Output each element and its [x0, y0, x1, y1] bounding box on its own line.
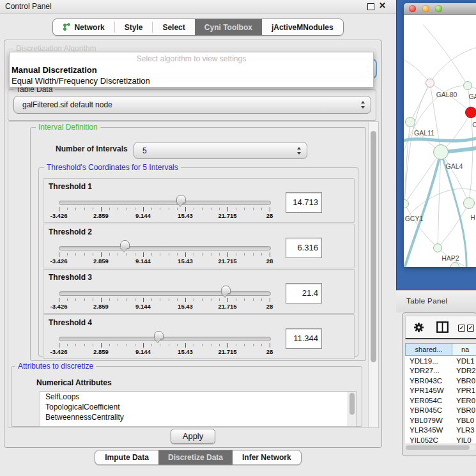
- horizontal-scrollbar[interactable]: [405, 445, 475, 450]
- network-node[interactable]: [433, 243, 442, 252]
- attributes-list[interactable]: SelfLoopsTopologicalCoefficientBetweenne…: [40, 391, 357, 427]
- tick-mark: [219, 208, 220, 210]
- slider-track[interactable]: [59, 201, 271, 205]
- tab-jactivemnodules[interactable]: jActiveMNodules: [262, 19, 343, 35]
- close-traffic-light[interactable]: [409, 5, 416, 12]
- threshold-value-field[interactable]: 14.713: [286, 192, 322, 213]
- algorithm-option[interactable]: Manual Discretization: [10, 65, 373, 75]
- apply-button[interactable]: Apply: [171, 429, 215, 444]
- table-row[interactable]: YLR345WYLR3: [405, 426, 476, 436]
- column-header-name[interactable]: na: [452, 343, 476, 356]
- network-node[interactable]: [433, 144, 449, 160]
- network-node[interactable]: [463, 81, 472, 90]
- threshold-value-field[interactable]: 11.344: [286, 328, 322, 349]
- table-panel-titlebar: Table Panel: [396, 290, 476, 312]
- table-row[interactable]: YDL19...YDL1: [405, 356, 476, 366]
- tick-mark: [135, 253, 135, 256]
- tick-mark: [227, 343, 228, 348]
- attribute-item[interactable]: BetweennessCentrality: [40, 412, 356, 422]
- list-scrollbar[interactable]: [348, 392, 356, 426]
- float-window-icon[interactable]: [367, 3, 374, 10]
- tick-label: 15.43: [178, 348, 193, 355]
- attribute-item[interactable]: SelfLoops: [40, 392, 356, 402]
- network-canvas[interactable]: GAL80GACGAL11GAL4GCY1HHAP2: [404, 15, 476, 267]
- tick-mark: [177, 344, 178, 346]
- slider-track[interactable]: [59, 337, 271, 341]
- tab-select[interactable]: Select: [153, 19, 194, 35]
- zoom-traffic-light[interactable]: [435, 5, 442, 12]
- checkbox-icon[interactable]: ✓: [458, 325, 465, 332]
- tick-mark: [143, 252, 144, 257]
- network-node[interactable]: [450, 262, 459, 267]
- close-icon[interactable]: ✕: [379, 1, 386, 10]
- tab-cyni-toolbox[interactable]: Cyni Toolbox: [195, 19, 262, 35]
- tick-mark: [67, 253, 68, 256]
- tick-mark: [236, 298, 236, 301]
- tick-mark: [270, 252, 270, 257]
- threshold-label: Threshold 1: [49, 182, 92, 191]
- tick-label: 2.859: [93, 212, 109, 219]
- stepper-icon: [361, 101, 365, 109]
- slider-track[interactable]: [59, 246, 271, 250]
- tick-label: 21.715: [218, 257, 236, 265]
- tab-network[interactable]: Network: [53, 19, 114, 35]
- table-data-combobox[interactable]: galFiltered.sif default node: [13, 96, 371, 114]
- number-of-intervals-combobox[interactable]: 5: [134, 142, 307, 159]
- node-label: GA: [468, 93, 476, 100]
- attribute-item[interactable]: TopologicalCoefficient: [40, 402, 356, 412]
- attributes-group-title: Attributes to discretize: [15, 362, 96, 371]
- tick-mark: [143, 343, 144, 348]
- slider-thumb[interactable]: [221, 286, 231, 294]
- checkbox-icon[interactable]: ✓: [467, 325, 474, 332]
- network-node[interactable]: [465, 107, 476, 118]
- threshold-block: Threshold 3-3.4262.8599.14415.4321.71528…: [43, 269, 355, 314]
- scrollbar-thumb[interactable]: [349, 393, 355, 415]
- tick-mark: [93, 298, 93, 301]
- minimize-traffic-light[interactable]: [422, 5, 429, 12]
- tab-infer-network[interactable]: Infer Network: [233, 450, 301, 464]
- tick-mark: [270, 207, 270, 211]
- table-row[interactable]: YBL079WYBL0: [405, 415, 476, 426]
- tick-mark: [202, 253, 203, 256]
- tick-label: 2.859: [93, 257, 109, 265]
- tick-mark: [127, 253, 127, 256]
- node-label: C: [472, 121, 476, 128]
- tab-impute-data[interactable]: Impute Data: [95, 450, 158, 464]
- table-row[interactable]: YDR27...YDR2: [405, 366, 476, 376]
- control-panel-titlebar: Control Panel ✕: [0, 0, 396, 13]
- scrollbar-thumb[interactable]: [406, 445, 470, 450]
- threshold-value-field[interactable]: 21.4: [286, 283, 322, 303]
- tick-mark: [211, 298, 211, 301]
- slider-thumb[interactable]: [120, 240, 130, 249]
- table-row[interactable]: YIL052CYIL0: [405, 435, 476, 443]
- tab-style[interactable]: Style: [115, 19, 153, 35]
- tick-mark: [143, 298, 144, 302]
- table-row[interactable]: YBR043CYBR0: [405, 376, 476, 386]
- tick-mark: [160, 253, 160, 256]
- tick-mark: [93, 253, 93, 256]
- table-row[interactable]: YER054CYER0: [405, 395, 476, 406]
- slider-thumb[interactable]: [154, 331, 164, 339]
- threshold-value-field[interactable]: 6.316: [286, 238, 322, 258]
- slider-thumb[interactable]: [176, 195, 186, 203]
- table-row[interactable]: YPR145WYPR1: [405, 386, 476, 396]
- gear-icon[interactable]: [413, 322, 424, 333]
- algorithm-option[interactable]: Equal Width/Frequency Discretization: [10, 75, 373, 86]
- tick-label: 9.144: [135, 303, 151, 310]
- slider-track[interactable]: [59, 291, 271, 296]
- tab-discretize-data[interactable]: Discretize Data: [158, 450, 233, 464]
- network-node[interactable]: [463, 197, 475, 209]
- tick-mark: [75, 208, 76, 210]
- tick-mark: [270, 343, 270, 348]
- network-node[interactable]: [426, 79, 434, 88]
- network-window-titlebar[interactable]: [404, 3, 476, 15]
- network-node[interactable]: [405, 117, 415, 127]
- table-row[interactable]: YBR045CYBR0: [405, 406, 476, 416]
- tick-label: 15.43: [178, 257, 193, 265]
- column-layout-icon[interactable]: [436, 321, 449, 333]
- column-header-shared[interactable]: shared...: [405, 343, 452, 356]
- node-label: H: [470, 213, 475, 221]
- vertical-scrollbar[interactable]: [368, 122, 378, 427]
- bottom-tab-bar: Impute DataDiscretize DataInfer Network: [95, 450, 301, 465]
- scrollbar-thumb[interactable]: [371, 131, 376, 362]
